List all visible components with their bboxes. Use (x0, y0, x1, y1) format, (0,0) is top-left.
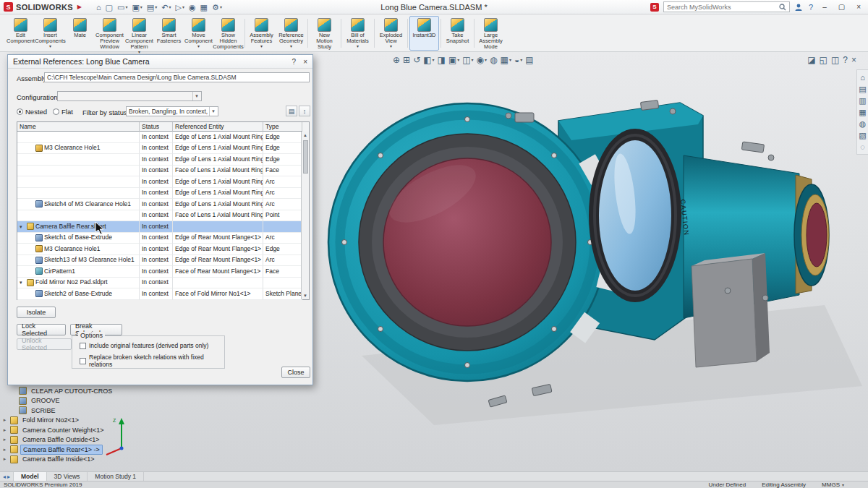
menu-expand-icon[interactable]: ▶ (77, 4, 82, 10)
edit-appearance-icon[interactable]: ◍ (490, 55, 497, 65)
dialog-help-button[interactable]: ? (292, 58, 297, 66)
tree-item[interactable]: SCRIBE (1, 406, 157, 416)
help-icon[interactable]: ? (807, 3, 814, 12)
close-button[interactable]: Close (281, 367, 310, 378)
table-row[interactable]: Sketch4 of M3 Clearance Hole1In contextE… (17, 199, 309, 210)
table-row[interactable]: Sketch2 of Base-ExtrudeIn contextFace of… (17, 288, 309, 300)
nested-radio[interactable]: Nested (17, 108, 47, 116)
scroll-tabs-left-icon[interactable]: ◂ (3, 474, 6, 480)
tab-model[interactable]: Model (13, 472, 47, 481)
unlock-selected-button[interactable]: Unlock Selected (17, 338, 72, 350)
chevron-down-icon[interactable]: ▾ (182, 1, 184, 13)
chevron-down-icon[interactable]: ▾ (155, 1, 157, 13)
chevron-down-icon[interactable]: ▾ (842, 482, 844, 487)
list-external-references-button[interactable]: ▤ (286, 106, 297, 116)
expand-arrow-icon[interactable]: ▸ (1, 417, 8, 423)
tree-item[interactable]: ▸Camera Baffle Outside<1> (1, 435, 157, 445)
expand-arrow-icon[interactable]: ▸ (1, 427, 8, 433)
assembly-features-button[interactable]: Assembly Features▾ (247, 16, 276, 51)
column-header[interactable]: Type (263, 122, 302, 132)
apply-scene-icon[interactable]: ▦▾ (501, 55, 511, 65)
bill-of-materials-button[interactable]: Bill of Materials▾ (343, 16, 373, 51)
table-row[interactable]: In contextFace of Lens 1 Axial Mount Rin… (17, 210, 309, 222)
linear-component-pattern-button[interactable]: Linear Component Pattern▾ (124, 16, 154, 51)
task-pane-toggle-icon[interactable]: ◫ (831, 55, 839, 65)
display-pane-icon[interactable]: ◪ (807, 55, 815, 65)
undo-icon[interactable]: ↶▾ (160, 1, 172, 13)
table-scrollbar[interactable]: ▲ ▼ (301, 132, 309, 299)
tab-3d-views[interactable]: 3D Views (47, 472, 88, 481)
chevron-down-icon[interactable]: ▾ (485, 55, 487, 65)
dynamic-annotation-icon[interactable]: ◨ (438, 55, 446, 65)
configuration-dropdown[interactable]: ▼ (57, 91, 202, 101)
chevron-down-icon[interactable]: ▾ (357, 44, 359, 48)
rebuild-icon[interactable]: ◉ (187, 1, 197, 13)
table-row[interactable]: In contextEdge of Lens 1 Axial Mount Rin… (17, 154, 309, 166)
table-row[interactable]: Sketch13 of M3 Clearance Hole1In context… (17, 255, 309, 267)
chevron-down-icon[interactable]: ▾ (125, 1, 127, 13)
previous-view-icon[interactable]: ↺ (413, 55, 420, 65)
pedestal-front[interactable] (692, 259, 757, 367)
file-properties-icon[interactable]: ▦ (199, 1, 209, 13)
exploded-view-button[interactable]: Exploded View▾ (376, 16, 406, 51)
fullscreen-icon[interactable]: ◱ (820, 55, 827, 65)
scrollbar-thumb[interactable] (303, 140, 308, 174)
chevron-down-icon[interactable]: ▾ (49, 44, 51, 48)
tree-item[interactable]: ▸Camera Counter Weight<1> (1, 425, 157, 435)
home-icon[interactable]: ⌂ (95, 1, 103, 13)
chevron-down-icon[interactable]: ▾ (169, 1, 171, 13)
graphics-area[interactable]: CAUTION Z ⊕⊞↺◧▾◨▣▾◫▾◉▾◍▦▾◒▾▤ ◪◱◫?× ⌂▤▥▦◍… (0, 52, 868, 471)
edit-component-button[interactable]: Edit Component (6, 16, 35, 51)
camera-icon[interactable]: ▤ (525, 55, 533, 65)
chevron-down-icon[interactable]: ▾ (390, 44, 392, 48)
chevron-down-icon[interactable]: ▾ (520, 55, 522, 65)
close-button[interactable]: × (853, 3, 864, 11)
assembly-path-field[interactable]: C:\CFH Telescope\Main Camera Design\Long… (44, 72, 310, 82)
table-row[interactable]: M3 Clearance Hole1In contextEdge of Rear… (17, 244, 309, 255)
column-header[interactable]: Referenced Entity (173, 122, 263, 132)
flat-radio[interactable]: Flat (53, 108, 73, 116)
table-row[interactable]: Sketch1 of Base-ExtrudeIn contextEdge of… (17, 233, 309, 244)
chevron-down-icon[interactable]: ▼ (192, 92, 199, 100)
select-icon[interactable]: ▷▾ (174, 1, 186, 13)
insert-components-button[interactable]: Insert Components▾ (35, 16, 65, 51)
chevron-down-icon[interactable]: ▾ (140, 1, 142, 13)
view-palette-icon[interactable]: ▦ (859, 108, 866, 116)
file-explorer-icon[interactable]: ▥ (859, 96, 866, 105)
solidworks-resources-icon[interactable]: ⌂ (860, 73, 865, 82)
appearances-icon[interactable]: ◍ (859, 119, 867, 128)
search-input[interactable] (667, 4, 776, 11)
table-row[interactable]: In contextFace of Lens 1 Axial Mount Rin… (17, 166, 309, 177)
column-header[interactable]: Name (17, 122, 140, 132)
table-row[interactable]: CirPattern1In contextFace of Rear Mount … (17, 266, 309, 278)
table-row[interactable]: ▾Camera Baffle Rear.sldprtIn context (17, 221, 309, 233)
tree-item[interactable]: ▸Camera Baffle Rear<1> -> (1, 445, 157, 455)
instant3d-button[interactable]: Instant3D (409, 16, 439, 51)
hide-show-items-icon[interactable]: ◉▾ (477, 55, 488, 65)
filter-status-dropdown[interactable]: Broken, Dangling, In context, Locked... … (126, 106, 218, 116)
lock-selected-button[interactable]: Lock Selected (17, 324, 66, 335)
table-row[interactable]: In contextEdge of Lens 1 Axial Mount Rin… (17, 176, 309, 188)
print-icon[interactable]: ▤▾ (145, 1, 158, 13)
table-row[interactable]: M3 Clearance Hole1In contextEdge of Lens… (17, 143, 309, 155)
smart-fasteners-button[interactable]: Smart Fasteners (154, 16, 184, 51)
expand-arrow-icon[interactable]: ▸ (1, 447, 8, 453)
chevron-down-icon[interactable]: ▾ (138, 50, 140, 54)
scroll-up-icon[interactable]: ▲ (303, 132, 307, 139)
expand-arrow-icon[interactable]: ▾ (20, 221, 25, 232)
chevron-down-icon[interactable]: ▾ (472, 55, 474, 65)
search-icon[interactable] (779, 4, 786, 11)
section-view-icon[interactable]: ◧▾ (423, 55, 434, 65)
show-hidden-components-button[interactable]: Show Hidden Components (213, 16, 243, 51)
reference-geometry-button[interactable]: Reference Geometry▾ (276, 16, 306, 51)
tree-item[interactable]: ▸Fold Mirror No2<1> (1, 416, 157, 426)
chevron-down-icon[interactable]: ▼ (209, 107, 216, 116)
rear-lens[interactable] (807, 203, 827, 267)
viewport-help-icon[interactable]: ? (843, 55, 848, 65)
display-style-icon[interactable]: ◫▾ (462, 55, 473, 65)
new-motion-study-button[interactable]: New Motion Study (310, 16, 339, 51)
search-box[interactable] (663, 1, 790, 12)
login-person-icon[interactable] (794, 3, 803, 12)
include-original-features-checkbox[interactable]: Include original features (derived parts… (80, 342, 208, 349)
table-row[interactable]: In contextEdge of Lens 1 Axial Mount Rin… (17, 132, 309, 143)
